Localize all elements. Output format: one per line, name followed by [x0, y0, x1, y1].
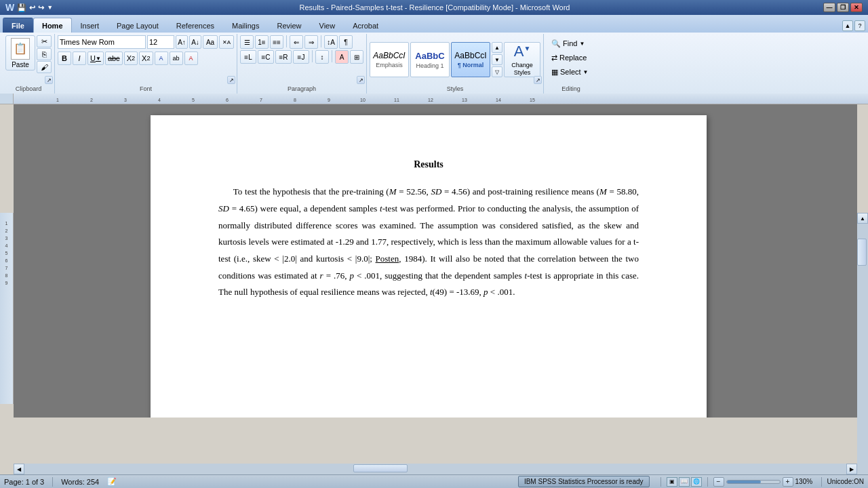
tab-file[interactable]: File [3, 18, 33, 33]
paste-button[interactable]: 📋 Paste [5, 35, 35, 70]
unicode-status: Unicode:ON [827, 478, 864, 485]
status-divider-2 [660, 477, 661, 487]
find-chevron: ▼ [579, 41, 585, 47]
clipboard-launcher[interactable]: ↗ [45, 76, 53, 84]
horizontal-scrollbar[interactable]: ◀ ▶ [14, 464, 857, 474]
borders-btn[interactable]: ⊞ [350, 50, 363, 64]
styles-label: Styles [367, 85, 543, 92]
editing-label: Editing [544, 85, 598, 92]
h-scroll-right-btn[interactable]: ▶ [846, 464, 857, 474]
align-right-btn[interactable]: ≡R [275, 50, 292, 64]
superscript-btn[interactable]: X2 [139, 52, 153, 65]
style-normal-sample: AaBbCcI [454, 51, 486, 60]
scroll-up-btn[interactable]: ▲ [857, 213, 868, 224]
document-body[interactable]: To test the hypothesis that the pre-trai… [218, 184, 639, 301]
word-icon: W [5, 2, 14, 13]
find-btn[interactable]: 🔍 Find ▼ [547, 37, 589, 50]
style-heading1[interactable]: AaBbC Heading 1 [410, 42, 450, 77]
ribbon-collapse-btn[interactable]: ▲ [842, 20, 853, 31]
styles-expand[interactable]: ▽ [492, 66, 502, 77]
styles-scroll-btns: ▲ ▼ ▽ [492, 42, 502, 77]
page-current: 1 [26, 478, 30, 486]
font-launcher[interactable]: ↗ [227, 76, 235, 84]
minimize-btn[interactable]: — [823, 3, 835, 12]
cut-button[interactable]: ✂ [37, 35, 52, 47]
zoom-in-btn[interactable]: + [783, 477, 793, 487]
italic-btn[interactable]: I [73, 52, 86, 65]
tab-view[interactable]: View [311, 18, 344, 33]
styles-scroll-down[interactable]: ▼ [492, 54, 502, 65]
underline-btn[interactable]: U ▼ [87, 52, 104, 65]
close-btn[interactable]: ✕ [850, 3, 863, 12]
zoom-level: 130% [795, 478, 816, 485]
h-scroll-left-btn[interactable]: ◀ [14, 464, 24, 474]
qa-save-icon[interactable]: 💾 [17, 3, 26, 12]
style-emphasis[interactable]: AaBbCcI Emphasis [370, 42, 409, 77]
align-left-btn[interactable]: ≡L [240, 50, 256, 64]
numbering-btn[interactable]: 1≡ [255, 35, 269, 49]
qa-undo-icon[interactable]: ↩ [29, 3, 35, 12]
qa-redo-icon[interactable]: ↪ [38, 3, 44, 12]
document-title: Results [218, 156, 639, 173]
tab-acrobat[interactable]: Acrobat [344, 18, 387, 33]
style-normal[interactable]: AaBbCcI ¶ Normal [451, 42, 490, 77]
vertical-scrollbar[interactable]: ▲ ▼ [857, 213, 868, 488]
status-divider-4 [821, 477, 822, 487]
clipboard-label: Clipboard [3, 85, 54, 92]
shading-btn[interactable]: A [335, 50, 349, 64]
font-name-input[interactable] [58, 35, 146, 49]
decrease-indent-btn[interactable]: ⇐ [290, 35, 303, 49]
tab-mailings[interactable]: Mailings [223, 18, 268, 33]
justify-btn[interactable]: ≡J [293, 50, 309, 64]
sort-btn[interactable]: ↕A [324, 35, 338, 49]
word-count-status: Words: 254 [61, 478, 99, 486]
document-area[interactable]: Results To test the hypothesis that the … [14, 104, 857, 418]
styles-group: AaBbCcI Emphasis AaBbC Heading 1 AaBbCcI… [367, 34, 544, 94]
font-shrink-btn[interactable]: A↓ [189, 35, 201, 49]
text-highlight-btn[interactable]: ab [170, 52, 183, 65]
scroll-thumb[interactable] [857, 239, 867, 266]
zoom-out-btn[interactable]: − [713, 477, 724, 487]
view-normal-btn[interactable]: ▣ [667, 477, 677, 487]
styles-scroll-up[interactable]: ▲ [492, 42, 502, 53]
tab-page-layout[interactable]: Page Layout [108, 18, 167, 33]
spell-check-status[interactable]: 📝 [107, 477, 117, 486]
copy-button[interactable]: ⎘ [37, 48, 52, 60]
subscript-btn[interactable]: X2 [124, 52, 138, 65]
restore-btn[interactable]: ❐ [837, 3, 849, 12]
change-case-btn[interactable]: Aa [203, 35, 218, 49]
tab-home[interactable]: Home [33, 18, 72, 33]
style-emphasis-label: Emphasis [376, 62, 403, 68]
clear-format-btn[interactable]: ✕A [219, 35, 234, 49]
select-btn[interactable]: ▦ Select ▼ [547, 65, 593, 79]
multilevel-btn[interactable]: ≡≡ [270, 35, 283, 49]
scroll-track[interactable] [857, 224, 868, 488]
paragraph-group: ☰ 1≡ ≡≡ ⇐ ⇒ ↕A ¶ ≡L ≡C ≡R ≡J ↕ A ⊞ [237, 34, 367, 94]
bold-btn[interactable]: B [58, 52, 71, 65]
tab-insert[interactable]: Insert [72, 18, 108, 33]
h-scroll-track[interactable] [24, 464, 846, 474]
tab-references[interactable]: References [167, 18, 223, 33]
view-web-btn[interactable]: 🌐 [691, 477, 702, 487]
line-spacing-btn[interactable]: ↕ [315, 50, 329, 64]
font-color-btn[interactable]: A [184, 52, 198, 65]
change-styles-button[interactable]: A▼ ChangeStyles [504, 42, 540, 77]
page-status: Page: 1 of 3 [4, 478, 44, 486]
format-painter-button[interactable]: 🖌 [37, 61, 52, 73]
tab-review[interactable]: Review [268, 18, 310, 33]
help-btn[interactable]: ? [854, 20, 865, 31]
font-grow-btn[interactable]: A↑ [176, 35, 188, 49]
pilcrow-btn[interactable]: ¶ [339, 35, 353, 49]
align-center-btn[interactable]: ≡C [258, 50, 274, 64]
bullets-btn[interactable]: ☰ [240, 35, 254, 49]
increase-indent-btn[interactable]: ⇒ [304, 35, 318, 49]
text-effects-btn[interactable]: A [155, 52, 168, 65]
strikethrough-btn[interactable]: abc [105, 52, 123, 65]
replace-btn[interactable]: ⇄ Replace [547, 51, 591, 64]
font-size-input[interactable] [147, 35, 174, 49]
styles-launcher[interactable]: ↗ [534, 76, 542, 84]
h-scroll-thumb[interactable] [353, 464, 408, 472]
zoom-slider[interactable] [726, 480, 781, 484]
paragraph-launcher[interactable]: ↗ [357, 76, 365, 84]
view-reading-btn[interactable]: 📖 [679, 477, 690, 487]
